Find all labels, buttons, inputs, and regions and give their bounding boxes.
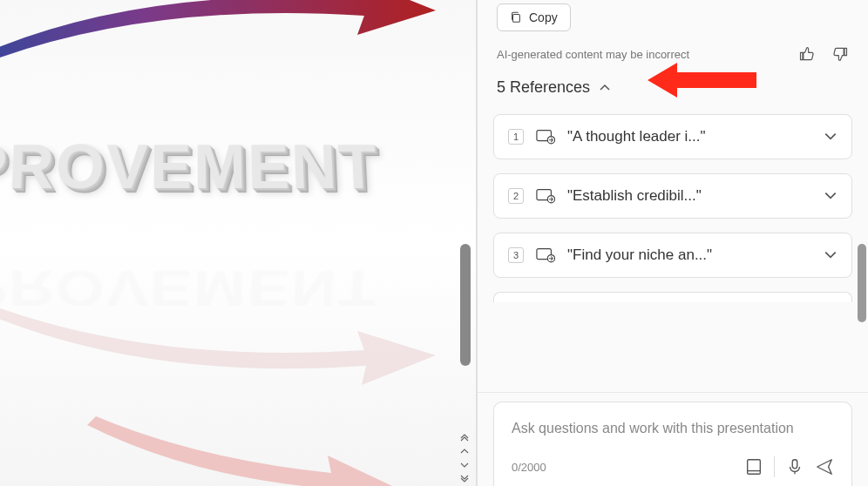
nav-prev-double-icon[interactable] xyxy=(457,430,472,444)
chevron-up-icon xyxy=(599,82,611,94)
copy-icon xyxy=(510,11,522,24)
microphone-icon[interactable] xyxy=(785,457,804,476)
slide-title-3d: PROVEMENT xyxy=(0,132,380,203)
slide-preview-pane: PROVEMENT PROVEMENT xyxy=(0,0,476,486)
svg-rect-8 xyxy=(748,460,761,475)
arrow-down-graphic xyxy=(70,408,418,486)
copilot-panel: Copy AI-generated content may be incorre… xyxy=(478,0,868,486)
chevron-down-icon xyxy=(824,189,837,203)
svg-rect-10 xyxy=(792,460,797,469)
input-bottom-row: 0/2000 xyxy=(512,456,834,477)
nav-next-icon[interactable] xyxy=(457,458,472,472)
separator xyxy=(774,456,775,477)
chevron-down-icon xyxy=(824,248,837,262)
book-icon[interactable] xyxy=(744,457,763,476)
reference-text: "Establish credibil..." xyxy=(567,187,811,205)
slide-nav-buttons xyxy=(457,430,472,486)
disclaimer-row: AI-generated content may be incorrect xyxy=(497,45,849,63)
copilot-input-area: Ask questions and work with this present… xyxy=(478,392,868,486)
input-placeholder: Ask questions and work with this present… xyxy=(512,418,834,439)
slide-link-icon xyxy=(536,129,555,145)
svg-rect-0 xyxy=(513,15,520,23)
thumbs-up-icon[interactable] xyxy=(798,45,816,63)
arrow-reflection xyxy=(0,287,471,392)
improvement-arrow-graphic xyxy=(0,0,471,78)
reference-number: 1 xyxy=(508,129,524,145)
copilot-scroll-area: Copy AI-generated content may be incorre… xyxy=(478,0,868,392)
slide-content: PROVEMENT PROVEMENT xyxy=(0,0,476,486)
reference-item-1[interactable]: 1 "A thought leader i..." xyxy=(493,114,852,159)
feedback-icons xyxy=(798,45,849,63)
reference-text: "Find your niche an..." xyxy=(567,246,811,264)
input-actions xyxy=(744,456,834,477)
reference-number: 2 xyxy=(508,188,524,204)
nav-prev-icon[interactable] xyxy=(457,444,472,458)
references-label: 5 References xyxy=(497,78,590,97)
chevron-down-icon xyxy=(824,130,837,144)
char-count: 0/2000 xyxy=(512,461,546,474)
copilot-scrollbar[interactable] xyxy=(858,244,866,322)
copilot-input[interactable]: Ask questions and work with this present… xyxy=(493,402,852,486)
slide-link-icon xyxy=(536,188,555,204)
reference-item-partial[interactable] xyxy=(493,292,852,302)
nav-next-double-icon[interactable] xyxy=(457,472,472,486)
slide-scrollbar[interactable] xyxy=(460,244,471,366)
send-icon[interactable] xyxy=(815,457,834,476)
copy-label: Copy xyxy=(529,10,558,24)
ai-disclaimer: AI-generated content may be incorrect xyxy=(497,48,689,61)
thumbs-down-icon[interactable] xyxy=(831,45,849,63)
reference-item-3[interactable]: 3 "Find your niche an..." xyxy=(493,233,852,278)
reference-item-2[interactable]: 2 "Establish credibil..." xyxy=(493,173,852,219)
reference-number: 3 xyxy=(508,247,524,263)
references-toggle[interactable]: 5 References xyxy=(497,78,849,97)
reference-text: "A thought leader i..." xyxy=(567,128,811,145)
copy-button[interactable]: Copy xyxy=(497,3,571,31)
slide-link-icon xyxy=(536,247,555,263)
